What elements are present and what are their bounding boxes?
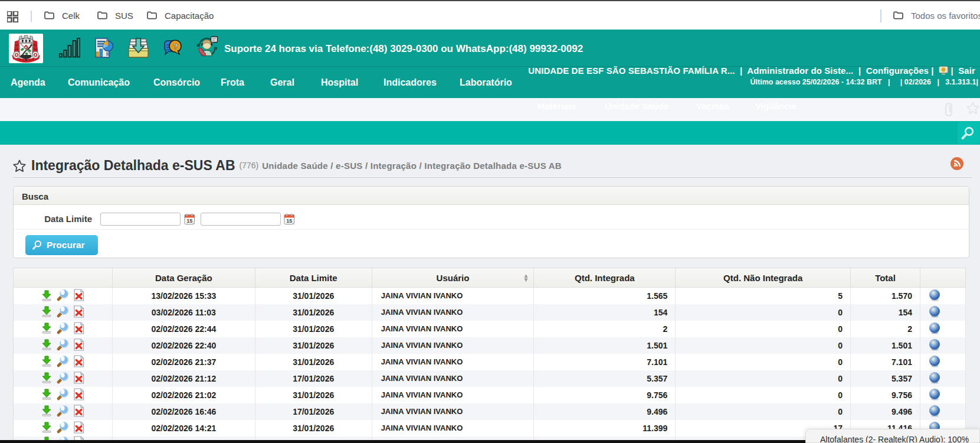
svg-text:15: 15	[186, 218, 192, 224]
svg-text:?: ?	[172, 41, 178, 51]
svg-text:15: 15	[286, 218, 292, 224]
